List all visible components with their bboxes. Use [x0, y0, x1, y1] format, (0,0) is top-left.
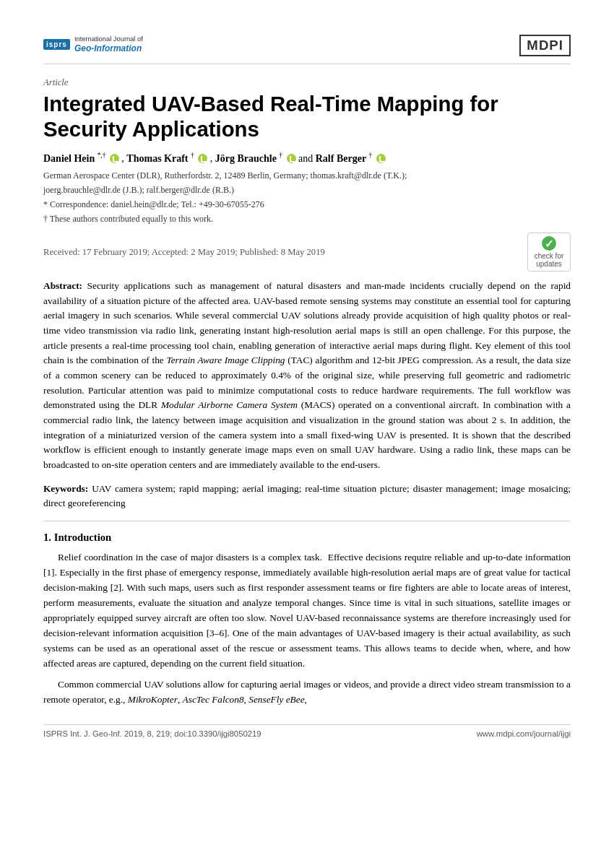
journal-branding: isprs International Journal of Geo-Infor… — [43, 35, 143, 55]
received-line: Received: 17 February 2019; Accepted: 2 … — [43, 233, 571, 272]
article-title: Integrated UAV-Based Real-Time Mapping f… — [43, 91, 571, 142]
check-updates-line2: updates — [536, 260, 562, 268]
checkmark-icon — [542, 236, 556, 251]
check-updates-badge[interactable]: check for updates — [527, 233, 571, 272]
isprs-logo-box: isprs — [43, 39, 70, 50]
isprs-logo: isprs International Journal of Geo-Infor… — [43, 35, 143, 55]
keywords-text: UAV camera system; rapid mapping; aerial… — [43, 483, 571, 508]
orcid-icon-1 — [110, 154, 119, 163]
author-2: Thomas Kraft — [126, 153, 188, 164]
author-3: Jörg Brauchle — [215, 153, 277, 164]
footer-left: ISPRS Int. J. Geo-Inf. 2019, 8, 219; doi… — [43, 729, 261, 738]
check-updates-line1: check for — [535, 252, 564, 260]
orcid-icon-2 — [198, 154, 207, 163]
affiliation-line2: joerg.brauchle@dlr.de (J.B.); ralf.berge… — [43, 183, 571, 196]
section-1-paragraph-1: Relief coordination in the case of major… — [43, 550, 571, 671]
abstract-text: Security applications such as management… — [43, 280, 571, 470]
affiliation-dagger: † These authors contributed equally to t… — [43, 212, 571, 225]
abstract-section: Abstract: Security applications such as … — [43, 279, 571, 473]
author-4: Ralf Berger — [316, 153, 366, 164]
authors-line: Daniel Hein *,† , Thomas Kraft † , Jörg … — [43, 152, 571, 165]
orcid-icon-3 — [287, 154, 296, 163]
page-footer: ISPRS Int. J. Geo-Inf. 2019, 8, 219; doi… — [43, 724, 571, 738]
keywords-section: Keywords: UAV camera system; rapid mappi… — [43, 482, 571, 511]
author-1: Daniel Hein — [43, 153, 95, 164]
page-header: isprs International Journal of Geo-Infor… — [43, 35, 571, 64]
section-1-heading: 1. Introduction — [43, 531, 571, 544]
article-label: Article — [43, 77, 571, 88]
abstract-label: Abstract: — [43, 280, 82, 291]
affiliation-block: German Aerospace Center (DLR), Rutherfor… — [43, 169, 571, 225]
received-text: Received: 17 February 2019; Accepted: 2 … — [43, 247, 325, 258]
mdpi-logo: MDPI — [519, 35, 571, 56]
affiliation-correspondence: * Correspondence: daniel.hein@dlr.de; Te… — [43, 198, 571, 211]
keywords-label: Keywords: — [43, 483, 88, 494]
section-divider — [43, 521, 571, 521]
isprs-journal-name: International Journal of Geo-Information — [74, 35, 143, 55]
orcid-icon-4 — [376, 154, 386, 163]
footer-right: www.mdpi.com/journal/ijgi — [477, 729, 571, 738]
section-1-paragraph-2: Common commercial UAV solutions allow fo… — [43, 677, 571, 707]
affiliation-line1: German Aerospace Center (DLR), Rutherfor… — [43, 169, 571, 182]
